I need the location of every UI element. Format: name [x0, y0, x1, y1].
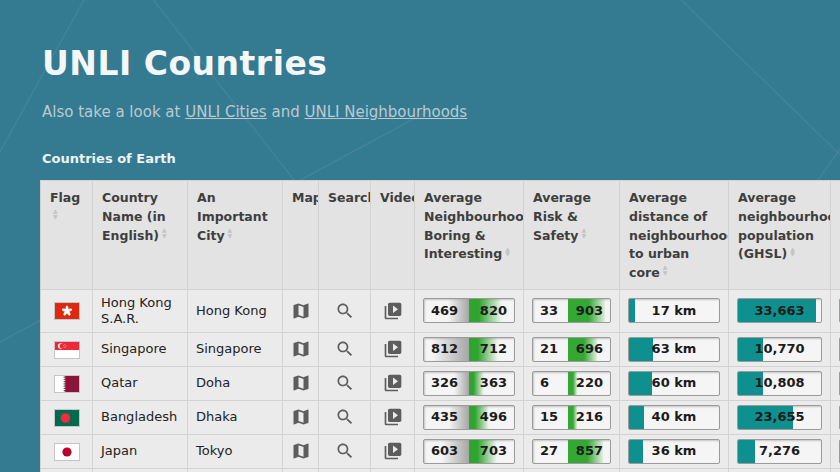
column-header-label: Average neighbourhood population (GHSL)	[738, 190, 831, 261]
search-icon[interactable]	[335, 339, 355, 359]
column-header-label: Map	[292, 190, 319, 205]
video-library-icon[interactable]	[383, 441, 403, 461]
boring-interesting-bar: 812712	[423, 337, 515, 362]
table-row: Hong Kong S.A.R.Hong Kong4698203390317 k…	[41, 289, 840, 332]
section-title: Countries of Earth	[42, 151, 176, 166]
interesting-value: 363	[480, 372, 507, 395]
table-row: QatarDoha326363622060 km10,808	[41, 366, 840, 400]
safety-value: 696	[576, 338, 603, 361]
boring-value: 603	[431, 440, 458, 463]
population-bar: 10,770	[737, 337, 822, 362]
video-library-icon[interactable]	[383, 407, 403, 427]
city-name: Dhaka	[188, 400, 283, 434]
risk-value: 6	[540, 372, 549, 395]
safety-value: 216	[576, 406, 603, 429]
population-bar: 23,655	[737, 405, 822, 430]
country-name: Japan	[93, 434, 188, 468]
column-header-average-neighbourhood-boring-interesting[interactable]: Average Neighbourhood Boring & Interesti…	[415, 181, 524, 290]
population-bar: 10,808	[737, 371, 822, 396]
column-header-label: Flag	[50, 190, 80, 205]
boring-interesting-bar: 603703	[423, 439, 515, 464]
risk-value: 21	[540, 338, 558, 361]
sort-icon: ▲▼	[505, 246, 510, 257]
column-header-search: Search	[319, 181, 371, 290]
map-icon[interactable]	[291, 301, 311, 321]
distance-value: 36 km	[629, 440, 719, 463]
sort-icon: ▲▼	[53, 208, 58, 219]
population-bar: 33,663	[737, 298, 822, 323]
map-icon[interactable]	[291, 407, 311, 427]
column-header-label: Country Name (in English)	[102, 190, 166, 243]
risk-value: 27	[540, 440, 558, 463]
distance-value: 40 km	[629, 406, 719, 429]
column-header-average-risk-safety[interactable]: Average Risk & Safety▲▼	[524, 181, 620, 290]
boring-interesting-bar: 326363	[423, 371, 515, 396]
flag-bangladesh	[55, 410, 79, 426]
distance-value: 60 km	[629, 372, 719, 395]
sort-icon: ▲▼	[581, 227, 586, 238]
unli-neighbourhoods-link[interactable]: UNLI Neighbourhoods	[304, 103, 467, 121]
sort-icon: ▲▼	[663, 264, 668, 275]
city-name: Tokyo	[188, 434, 283, 468]
city-name: Hong Kong	[188, 289, 283, 332]
boring-value: 435	[431, 406, 458, 429]
table-row: JapanTokyo6037032785736 km7,276	[41, 434, 840, 468]
interesting-value: 820	[480, 299, 507, 322]
country-name: Qatar	[93, 366, 188, 400]
sort-icon: ▲▼	[162, 227, 167, 238]
risk-safety-bar: 21696	[532, 337, 611, 362]
table-row: BangladeshDhaka4354961521640 km23,655	[41, 400, 840, 434]
population-value: 7,276	[738, 440, 821, 463]
column-header-an-important-city[interactable]: An Important City▲▼	[188, 181, 283, 290]
search-icon[interactable]	[335, 373, 355, 393]
risk-value: 33	[540, 299, 558, 322]
sort-icon: ▲▼	[790, 246, 795, 257]
country-name: South Korea	[93, 468, 188, 472]
boring-value: 812	[431, 338, 458, 361]
population-value: 23,655	[738, 406, 821, 429]
unli-cities-link[interactable]: UNLI Cities	[185, 103, 266, 121]
population-value: 33,663	[738, 299, 821, 322]
column-header-average-distance-of-neighbourhoods-to-urban-core[interactable]: Average distance of neighbourhoods to ur…	[620, 181, 729, 290]
column-header-flag[interactable]: Flag▲▼	[41, 181, 93, 290]
distance-bar: 17 km	[628, 298, 720, 323]
safety-value: 220	[576, 372, 603, 395]
population-value: 10,808	[738, 372, 821, 395]
country-name: Hong Kong S.A.R.	[93, 289, 188, 332]
video-library-icon[interactable]	[383, 301, 403, 321]
map-icon[interactable]	[291, 373, 311, 393]
subtitle: Also take a look at UNLI Cities and UNLI…	[42, 103, 467, 121]
map-icon[interactable]	[291, 339, 311, 359]
column-header-label: Search	[328, 190, 371, 205]
flag-singapore	[55, 342, 79, 358]
distance-value: 63 km	[629, 338, 719, 361]
column-header-map: Map	[283, 181, 319, 290]
column-header-country-name-in-english[interactable]: Country Name (in English)▲▼	[93, 181, 188, 290]
boring-interesting-bar: 469820	[423, 298, 515, 323]
subtitle-prefix: Also take a look at	[42, 103, 185, 121]
column-header-video: Video	[371, 181, 415, 290]
search-icon[interactable]	[335, 407, 355, 427]
search-icon[interactable]	[335, 441, 355, 461]
flag-qatar	[55, 376, 79, 392]
video-library-icon[interactable]	[383, 373, 403, 393]
search-icon[interactable]	[335, 301, 355, 321]
risk-safety-bar: 6220	[532, 371, 611, 396]
safety-value: 903	[576, 299, 603, 322]
map-icon[interactable]	[291, 441, 311, 461]
countries-table-wrap: Flag▲▼Country Name (in English)▲▼An Impo…	[40, 180, 840, 472]
table-row: SingaporeSingapore8127122169663 km10,770	[41, 332, 840, 366]
interesting-value: 703	[480, 440, 507, 463]
flag-hong-kong	[55, 303, 79, 319]
country-name: Singapore	[93, 332, 188, 366]
column-header-average-population[interactable]: Average population▲▼	[831, 181, 840, 290]
distance-bar: 36 km	[628, 439, 720, 464]
video-library-icon[interactable]	[383, 339, 403, 359]
country-name: Bangladesh	[93, 400, 188, 434]
interesting-value: 712	[480, 338, 507, 361]
population-value: 10,770	[738, 338, 821, 361]
table-header-row: Flag▲▼Country Name (in English)▲▼An Impo…	[41, 181, 840, 290]
distance-value: 17 km	[629, 299, 719, 322]
column-header-average-neighbourhood-population-ghsl[interactable]: Average neighbourhood population (GHSL)▲…	[729, 181, 831, 290]
risk-safety-bar: 33903	[532, 298, 611, 323]
